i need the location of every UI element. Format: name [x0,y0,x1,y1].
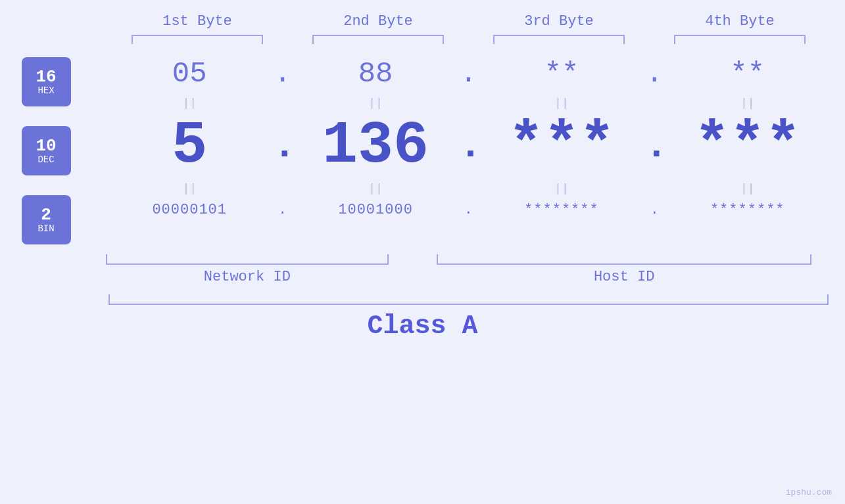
bottom-brackets-row [92,254,825,265]
sep-row-2: || || || || [99,182,838,195]
hex-dot3: . [644,57,664,90]
sep1-b3: || [489,97,634,110]
sep2-b1: || [117,182,262,195]
hex-badge-num: 16 [36,68,56,87]
hex-dot1: . [273,57,293,90]
bin-byte4: ******** [675,195,820,225]
dec-byte4: *** [675,110,820,182]
dec-badge-num: 10 [36,137,56,156]
bin-badge-label: BIN [37,224,54,234]
byte3-header: 3rd Byte [487,13,631,30]
data-rows: 05 . 88 . ** . ** || || || || 5 . [92,51,845,251]
hex-byte3: ** [489,51,634,97]
dec-byte3: *** [489,110,634,182]
byte2-header: 2nd Byte [306,13,450,30]
dec-badge: 10 DEC [22,126,71,175]
byte4-header: 4th Byte [667,13,812,30]
host-id-label: Host ID [437,269,811,285]
bin-badge: 2 BIN [22,195,71,244]
top-bracket-row [107,35,831,44]
hex-badge: 16 HEX [22,57,71,106]
hex-byte2: 88 [303,51,448,97]
bin-dot1: . [273,202,293,218]
bracket-byte4 [674,35,806,44]
hex-byte4: ** [675,51,820,97]
class-label: Class A [0,311,845,341]
hex-badge-label: HEX [37,86,54,96]
bin-byte2: 10001000 [303,195,448,225]
sep2-b3: || [489,182,634,195]
dec-byte2: 136 [303,110,448,182]
sep1-b2: || [303,97,448,110]
bottom-section: Network ID Host ID [0,254,845,285]
bin-dot2: . [458,202,478,218]
badges-column: 16 HEX 10 DEC 2 BIN [0,51,92,251]
sep1-b1: || [117,97,262,110]
watermark: ipshu.com [786,488,832,497]
byte1-header: 1st Byte [125,13,270,30]
dec-dot1: . [273,124,293,168]
main-container: 1st Byte 2nd Byte 3rd Byte 4th Byte 16 H… [0,0,845,504]
bin-dot3: . [644,202,664,218]
hex-byte1: 05 [117,51,262,97]
sep-row-1: || || || || [99,97,838,110]
dec-dot3: . [644,124,664,168]
hex-row: 05 . 88 . ** . ** [99,51,838,97]
bin-byte1: 00000101 [117,195,262,225]
bin-row: 00000101 . 10001000 . ******** . *******… [99,195,838,225]
bracket-byte3 [493,35,625,44]
bin-badge-num: 2 [41,206,51,225]
byte-headers: 1st Byte 2nd Byte 3rd Byte 4th Byte [107,13,831,30]
rows-wrapper: 16 HEX 10 DEC 2 BIN 05 . 88 . ** . ** [0,51,845,251]
hex-dot2: . [458,57,478,90]
network-id-bracket [106,254,389,265]
bracket-byte1 [132,35,263,44]
dec-dot2: . [458,124,478,168]
sep1-b4: || [675,97,820,110]
network-id-label: Network ID [106,269,389,285]
host-id-bracket [437,254,811,265]
sep2-b4: || [675,182,820,195]
bracket-byte2 [312,35,444,44]
bin-byte3: ******** [489,195,634,225]
sep2-b2: || [303,182,448,195]
dec-row: 5 . 136 . *** . *** [99,110,838,182]
full-bottom-bracket [109,294,829,305]
dec-badge-label: DEC [37,155,54,165]
id-labels-row: Network ID Host ID [92,269,825,285]
dec-byte1: 5 [117,110,262,182]
